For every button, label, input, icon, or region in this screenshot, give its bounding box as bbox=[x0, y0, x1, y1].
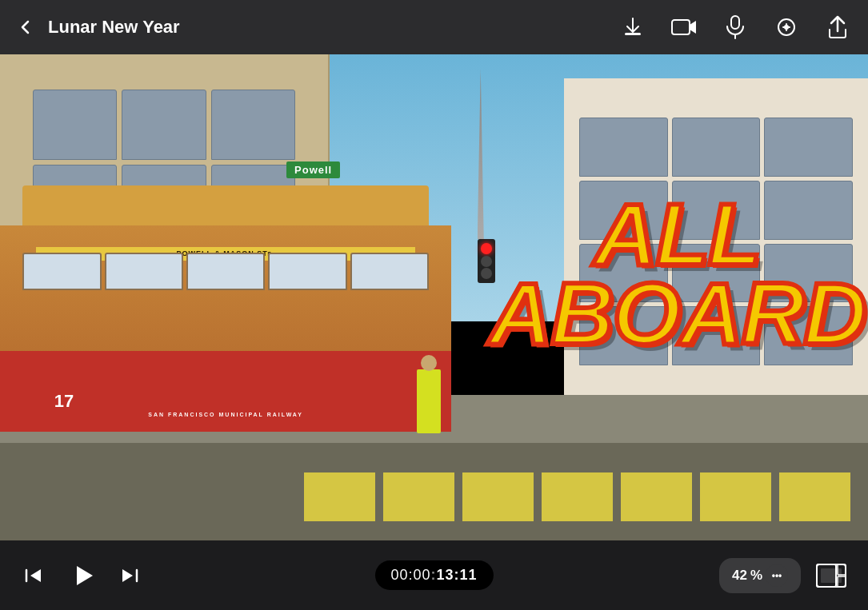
window bbox=[211, 90, 295, 161]
traffic-light-red bbox=[481, 243, 492, 254]
bottom-bar: 00:00:13:11 42 % ••• bbox=[0, 540, 868, 610]
overlay-line2: ABOARD bbox=[489, 273, 866, 353]
back-icon bbox=[16, 18, 35, 37]
video-scene: POWELL & MASON STs. 17 SAN FRANCISCO MUN… bbox=[0, 54, 868, 540]
worker-figure bbox=[417, 369, 441, 433]
tram-window bbox=[268, 253, 346, 290]
tram: POWELL & MASON STs. 17 SAN FRANCISCO MUN… bbox=[0, 185, 451, 453]
camera-button[interactable] bbox=[670, 13, 698, 42]
playback-controls bbox=[19, 558, 144, 593]
layout-button[interactable] bbox=[814, 561, 849, 590]
svg-rect-0 bbox=[625, 33, 641, 35]
zoom-display: 42 % ••• bbox=[719, 558, 801, 593]
time-colon: : bbox=[431, 567, 437, 583]
tram-window bbox=[350, 253, 429, 290]
save-button[interactable] bbox=[618, 13, 647, 42]
tram-window bbox=[105, 253, 183, 290]
magic-wand-button[interactable] bbox=[772, 13, 801, 42]
tram-number: 17 bbox=[54, 391, 74, 412]
top-bar-right bbox=[618, 13, 852, 42]
top-bar: Lunar New Year bbox=[0, 0, 868, 54]
step-back-button[interactable] bbox=[19, 561, 48, 590]
crosswalk-stripe bbox=[304, 472, 375, 521]
time-remaining: 13:11 bbox=[437, 567, 478, 583]
svg-point-5 bbox=[784, 25, 789, 30]
powell-street-sign: Powell bbox=[286, 161, 340, 178]
svg-rect-2 bbox=[731, 16, 739, 29]
zoom-unit: % bbox=[750, 568, 762, 584]
tram-lower-text: SAN FRANCISCO MUNICIPAL RAILWAY bbox=[22, 412, 429, 417]
window bbox=[122, 90, 206, 161]
window bbox=[33, 90, 117, 161]
tram-body-upper: POWELL & MASON STs. bbox=[0, 225, 451, 359]
back-button[interactable] bbox=[16, 18, 35, 37]
svg-rect-1 bbox=[672, 20, 690, 34]
crosswalk-stripe bbox=[621, 472, 692, 521]
time-display: 00:00:13:11 bbox=[374, 560, 493, 590]
share-button[interactable] bbox=[823, 13, 852, 42]
play-button[interactable] bbox=[64, 558, 99, 593]
tram-window bbox=[22, 253, 101, 290]
time-current: 00:00 bbox=[390, 567, 430, 583]
video-player: POWELL & MASON STs. 17 SAN FRANCISCO MUN… bbox=[0, 54, 868, 540]
crosswalk-stripe bbox=[542, 472, 613, 521]
step-forward-button[interactable] bbox=[115, 561, 144, 590]
tram-window bbox=[186, 253, 265, 290]
video-overlay-text: ALL ABOARD bbox=[503, 127, 850, 419]
overlay-line1: ALL bbox=[594, 194, 760, 273]
zoom-more-button[interactable]: ••• bbox=[766, 564, 788, 587]
zoom-value: 42 bbox=[732, 568, 747, 584]
project-title: Lunar New Year bbox=[48, 17, 180, 38]
crosswalk-stripe bbox=[462, 472, 534, 521]
top-bar-left: Lunar New Year bbox=[16, 17, 180, 38]
svg-rect-7 bbox=[821, 568, 842, 583]
crosswalk-stripe bbox=[779, 472, 850, 521]
crosswalk-stripe bbox=[700, 472, 771, 521]
crosswalk-stripe bbox=[383, 472, 454, 521]
bottom-bar-wrapper: 00:00:13:11 42 % ••• bbox=[19, 558, 849, 593]
bottom-right-controls: 42 % ••• bbox=[719, 558, 849, 593]
tram-windows bbox=[22, 253, 429, 290]
tram-body-lower: 17 SAN FRANCISCO MUNICIPAL RAILWAY bbox=[0, 351, 451, 431]
crosswalk bbox=[304, 472, 851, 521]
microphone-button[interactable] bbox=[721, 13, 750, 42]
